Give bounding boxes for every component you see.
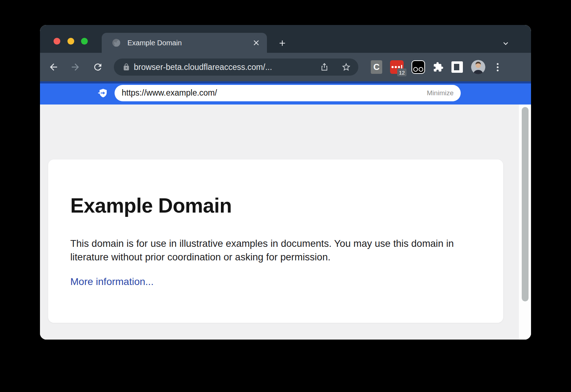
tab-title: Example Domain [127,39,252,47]
content-card: Example Domain This domain is for use in… [48,159,503,323]
bookmark-star-icon[interactable] [341,62,351,72]
chevron-down-icon[interactable] [501,39,510,48]
back-icon[interactable] [48,62,59,72]
page-viewport: Example Domain This domain is for use in… [40,105,531,340]
tab-strip: Example Domain [40,25,531,53]
extensions-puzzle-icon[interactable] [433,62,444,72]
scrollbar-thumb[interactable] [522,107,529,301]
browser-window: Example Domain [40,25,531,340]
extension-c-icon[interactable]: C [371,60,382,74]
address-bar[interactable]: browser-beta.cloudflareaccess.com/... [114,58,358,76]
scrollbar-track[interactable] [519,105,531,340]
share-icon[interactable] [320,62,329,72]
remote-browser-bar: https://www.example.com/ Minimize [40,81,531,105]
extensions-row: C 12 [367,60,467,74]
reload-icon[interactable] [92,62,103,72]
extension-camera-icon[interactable] [411,60,425,74]
extension-password-manager[interactable]: 12 [390,60,404,74]
address-bar-url[interactable]: browser-beta.cloudflareaccess.com/... [134,62,320,72]
close-tab-icon[interactable] [252,39,261,47]
browser-menu-icon[interactable] [493,62,502,72]
browser-tab[interactable]: Example Domain [102,33,267,53]
remote-url-input[interactable]: https://www.example.com/ Minimize [115,85,461,101]
browser-toolbar: browser-beta.cloudflareaccess.com/... C [40,53,531,81]
profile-avatar[interactable] [471,60,485,74]
close-window-button[interactable] [54,38,60,45]
page-paragraph: This domain is for use in illustrative e… [70,237,482,264]
extension-badge: 12 [397,68,406,76]
globe-favicon-icon [112,38,121,47]
minimize-window-button[interactable] [67,38,74,45]
side-panel-icon[interactable] [451,61,463,73]
remote-url-text[interactable]: https://www.example.com/ [122,88,427,98]
isolation-shield-icon [98,88,108,98]
minimize-bar-button[interactable]: Minimize [427,89,454,97]
page-title: Example Domain [70,194,503,217]
new-tab-icon[interactable] [278,39,287,48]
more-information-link[interactable]: More information... [70,276,153,287]
forward-icon[interactable] [70,62,81,72]
fullscreen-window-button[interactable] [81,38,88,45]
lock-icon[interactable] [122,63,130,71]
